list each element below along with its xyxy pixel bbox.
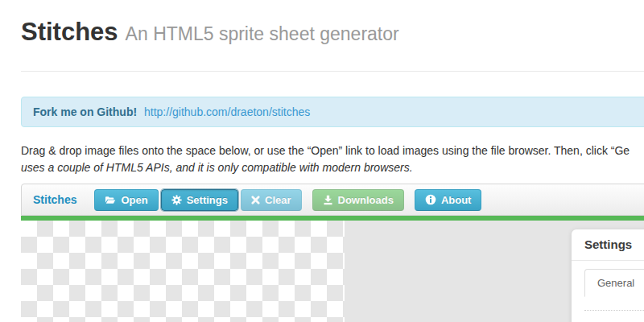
page-subtitle: An HTML5 sprite sheet generator bbox=[126, 23, 399, 44]
x-icon bbox=[251, 196, 260, 204]
about-button-label: About bbox=[441, 194, 472, 206]
downloads-button-label: Downloads bbox=[338, 194, 394, 206]
settings-button-label: Settings bbox=[187, 194, 228, 206]
settings-palette-header: Settings bbox=[572, 229, 644, 261]
toolbar: Stitches Open Settings Clear Downloads A… bbox=[21, 184, 644, 216]
tab-content-separator bbox=[584, 310, 644, 311]
header-divider bbox=[21, 71, 644, 72]
page-header: StitchesAn HTML5 sprite sheet generator bbox=[21, 18, 399, 47]
clear-button[interactable]: Clear bbox=[241, 189, 302, 211]
downloads-button[interactable]: Downloads bbox=[312, 189, 404, 211]
tab-general[interactable]: General bbox=[584, 269, 644, 297]
settings-tab-bar: General bbox=[584, 269, 644, 297]
download-icon bbox=[323, 195, 333, 205]
clear-button-label: Clear bbox=[265, 194, 291, 206]
github-link[interactable]: http://github.com/draeton/stitches bbox=[144, 105, 310, 118]
open-button-label: Open bbox=[121, 194, 147, 206]
dropzone-checker-canvas[interactable] bbox=[21, 221, 345, 322]
folder-open-icon bbox=[105, 195, 116, 205]
toolbar-brand[interactable]: Stitches bbox=[33, 193, 76, 206]
github-alert: Fork me on Github! http://github.com/dra… bbox=[21, 97, 644, 127]
about-button[interactable]: About bbox=[415, 189, 482, 211]
intro-paragraph: Drag & drop image files onto the space b… bbox=[21, 142, 630, 176]
intro-line-2: uses a couple of HTML5 APIs, and it is o… bbox=[21, 159, 630, 176]
page-title: Stitches bbox=[21, 18, 118, 46]
github-alert-label: Fork me on Github! bbox=[33, 105, 137, 118]
info-icon bbox=[425, 194, 436, 205]
settings-palette-body: General bbox=[572, 261, 644, 311]
settings-button[interactable]: Settings bbox=[161, 189, 238, 211]
open-button[interactable]: Open bbox=[94, 189, 158, 211]
gear-icon bbox=[171, 195, 182, 205]
settings-palette-title: Settings bbox=[584, 237, 632, 251]
intro-line-1: Drag & drop image files onto the space b… bbox=[21, 142, 630, 159]
dropzone[interactable] bbox=[21, 221, 644, 322]
settings-palette: Settings General bbox=[572, 229, 644, 322]
